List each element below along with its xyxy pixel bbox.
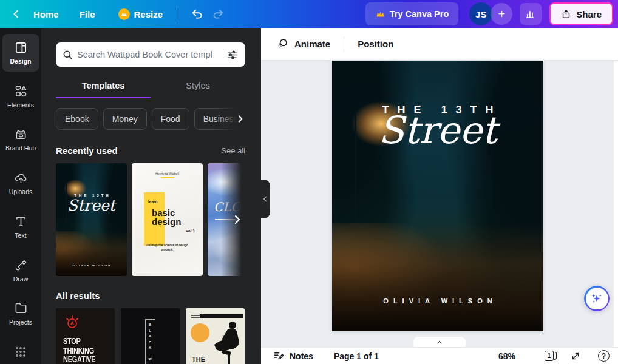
back-button[interactable] xyxy=(6,2,27,25)
person-chair-silhouette xyxy=(209,319,245,364)
recently-used-header: Recently used See all xyxy=(56,146,245,156)
canvas-area: Animate Position THE 13TH Street OLIVIA … xyxy=(261,28,618,364)
sidebar-item-uploads[interactable]: Uploads xyxy=(2,164,39,202)
uploads-cloud-icon xyxy=(14,171,28,185)
animate-button[interactable]: Animate xyxy=(270,32,336,56)
expand-arrows-icon xyxy=(570,351,581,362)
bulb-scribble-icon xyxy=(63,314,81,332)
black-bar xyxy=(200,314,243,318)
tab-templates[interactable]: Templates xyxy=(56,73,151,98)
elements-icon xyxy=(14,84,28,98)
sidebar-item-design[interactable]: Design xyxy=(2,34,39,72)
template-thumb-chair[interactable]: THE xyxy=(186,308,245,364)
search-box xyxy=(56,42,245,67)
carousel-next-button[interactable] xyxy=(229,211,246,228)
cover-script-title: Street xyxy=(56,198,127,213)
chevron-left-icon xyxy=(11,8,22,19)
file-label: File xyxy=(80,9,95,19)
chip-money[interactable]: Money xyxy=(103,108,147,130)
template-thumb-stop-thinking[interactable]: STOP THINKING NEGATIVE xyxy=(56,308,115,364)
cover-author: OLIVIA WILSON xyxy=(332,297,543,305)
help-button[interactable]: ? xyxy=(598,350,610,362)
share-button[interactable]: Share xyxy=(549,2,613,25)
chip-ebook[interactable]: Ebook xyxy=(56,108,98,130)
fullscreen-button[interactable] xyxy=(570,351,581,362)
cover-script-title: Street xyxy=(332,112,543,149)
redo-button[interactable] xyxy=(208,2,228,25)
cover-road xyxy=(332,223,543,331)
question-mark-icon: ? xyxy=(602,352,606,360)
grid-view-button[interactable]: 1 xyxy=(545,350,557,362)
panel-collapse-handle[interactable] xyxy=(260,180,270,218)
home-button[interactable]: Home xyxy=(27,2,66,25)
template-thumb-13th-street[interactable]: THE 13TH Street OLIVIA WILSON xyxy=(56,163,127,276)
add-member-button[interactable]: + xyxy=(491,3,512,25)
design-icon xyxy=(14,41,28,55)
see-all-button[interactable]: See all xyxy=(221,146,245,155)
tab-label: Templates xyxy=(82,81,125,90)
filter-button[interactable] xyxy=(225,48,239,62)
canvas-viewport[interactable]: THE 13TH Street OLIVIA WILSON xyxy=(261,61,618,347)
recently-used-row: THE 13TH Street OLIVIA WILSON Henrietta … xyxy=(56,163,245,276)
section-title: Recently used xyxy=(56,146,118,156)
chip-food[interactable]: Food xyxy=(152,108,189,130)
side-rail: Design Elements Brand Hub Uploads Text D… xyxy=(0,28,41,364)
filter-chips-row: Ebook Money Food Business Eb xyxy=(56,108,245,130)
sidebar-item-brand-hub[interactable]: Brand Hub xyxy=(2,121,39,158)
apps-grid-icon xyxy=(13,345,28,359)
sidebar-item-label: Draw xyxy=(13,275,29,283)
resize-label: Resize xyxy=(134,9,163,19)
notes-icon xyxy=(273,350,285,362)
sidebar-item-elements[interactable]: Elements xyxy=(2,78,39,115)
template-thumb-basic-design[interactable]: Henrietta Mitchell learn basic design vo… xyxy=(132,163,203,276)
top-bar: Home File Resize Try Canva Pro JS + xyxy=(0,0,618,28)
zoom-level-button[interactable]: 68% xyxy=(498,351,515,361)
page-indicator: Page 1 of 1 xyxy=(334,351,379,361)
crown-icon xyxy=(118,8,130,20)
design-page[interactable]: THE 13TH Street OLIVIA WILSON xyxy=(332,61,543,331)
chip-label: Food xyxy=(161,114,180,124)
resize-button[interactable]: Resize xyxy=(112,2,170,25)
sidebar-item-draw[interactable]: Draw xyxy=(2,252,39,289)
canva-assistant-button[interactable] xyxy=(584,286,609,311)
animate-label: Animate xyxy=(294,39,330,49)
cover-title: STOP THINKING NEGATIVE xyxy=(63,337,95,364)
file-menu-button[interactable]: File xyxy=(73,2,102,25)
template-thumb-black-wave[interactable]: BLACK WA xyxy=(121,308,180,364)
sidebar-item-label: Uploads xyxy=(9,188,33,195)
search-input[interactable] xyxy=(77,50,222,59)
insights-button[interactable] xyxy=(520,3,542,25)
notes-button[interactable]: Notes xyxy=(273,350,313,362)
cover-author: Henrietta Mitchell xyxy=(132,172,203,175)
all-results-header: All results xyxy=(56,291,245,301)
chips-next-button[interactable] xyxy=(233,112,248,126)
sidebar-item-projects[interactable]: Projects xyxy=(2,295,39,332)
try-canva-pro-button[interactable]: Try Canva Pro xyxy=(365,2,459,25)
cover-tagline: Develop the science of design properly. xyxy=(132,243,203,252)
cover-road xyxy=(56,231,127,276)
canvas-scrollbar[interactable] xyxy=(614,61,618,347)
undo-button[interactable] xyxy=(187,2,208,25)
sidebar-item-apps[interactable] xyxy=(2,340,39,364)
context-toolbar: Animate Position xyxy=(261,28,618,61)
page-number-icon: 1 xyxy=(545,351,554,361)
draw-pen-icon xyxy=(14,258,28,272)
position-button[interactable]: Position xyxy=(351,32,399,56)
chip-label: Business xyxy=(203,114,238,124)
sidebar-item-label: Projects xyxy=(9,318,32,326)
tab-styles[interactable]: Styles xyxy=(151,73,245,98)
panel-tabs: Templates Styles xyxy=(56,73,245,98)
avatar[interactable]: JS xyxy=(469,2,492,25)
projects-folder-icon xyxy=(14,302,28,315)
cover-kicker: learn xyxy=(148,200,158,204)
cover-title-word: design xyxy=(152,217,181,226)
share-icon xyxy=(561,9,571,19)
chevron-right-icon xyxy=(236,114,245,124)
sparkles-icon xyxy=(590,292,603,305)
zoom-value: 68% xyxy=(498,351,515,361)
accent-underline xyxy=(161,177,174,178)
cloud-shape xyxy=(211,231,245,268)
sidebar-item-text[interactable]: Text xyxy=(2,208,39,246)
search-icon xyxy=(62,49,73,61)
collapse-statusbar-tab[interactable] xyxy=(413,336,466,347)
